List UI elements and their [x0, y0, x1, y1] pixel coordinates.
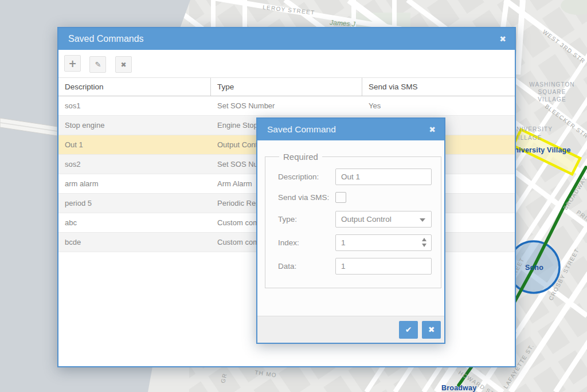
spinner-down-icon[interactable] — [422, 244, 426, 247]
required-fieldset: Required Description: Send via SMS: Type… — [265, 152, 441, 288]
send-via-sms-checkbox[interactable] — [335, 192, 346, 203]
column-header-type[interactable]: Type — [211, 78, 362, 96]
fieldset-legend: Required — [279, 152, 322, 162]
area-label: SQUARE — [538, 89, 566, 95]
x-icon: ✖ — [120, 61, 126, 69]
poi-label-soho: Soho — [525, 264, 543, 272]
type-select-value: Output Control — [336, 215, 392, 224]
cell-type: Set SOS Number — [211, 101, 362, 110]
chevron-down-icon — [420, 218, 425, 222]
table-row[interactable]: sos1 Set SOS Number Yes — [58, 96, 515, 116]
send-via-sms-label: Send via SMS: — [278, 193, 335, 202]
description-field-row: Description: — [278, 168, 432, 185]
cell-description: arm alarm — [58, 179, 211, 188]
plus-icon: + — [68, 58, 76, 69]
type-select[interactable]: Output Control — [335, 211, 432, 228]
delete-command-button[interactable]: ✖ — [115, 56, 132, 73]
x-icon: ✖ — [428, 325, 435, 334]
poi-label-university-village: University Village — [509, 146, 571, 154]
app-window: LEROY STREET James J WEST 3RD STR WASHIN… — [0, 0, 587, 392]
cell-description: Stop engine — [58, 121, 211, 130]
cell-description: bcde — [58, 238, 211, 246]
column-header-description[interactable]: Description — [58, 78, 211, 96]
spinner-up-icon[interactable] — [422, 238, 426, 241]
edit-command-button[interactable]: ✎ — [89, 56, 106, 73]
cell-description: Out 1 — [58, 140, 211, 149]
stepper-arrows[interactable] — [422, 238, 426, 247]
pencil-icon: ✎ — [95, 60, 101, 69]
sms-field-row: Send via SMS: — [278, 192, 432, 203]
check-icon: ✔ — [405, 325, 412, 334]
area-label: VILLAGE — [538, 96, 566, 103]
area-label: VILLAGE — [514, 135, 542, 141]
saved-command-header[interactable]: Saved Command ✖ — [257, 119, 444, 140]
area-label: WASHINGTON — [529, 81, 574, 88]
cell-sms: Yes — [362, 101, 515, 110]
commands-toolbar: + ✎ ✖ — [58, 50, 515, 77]
index-stepper[interactable]: 1 — [335, 234, 432, 251]
dialog-title: Saved Command — [257, 124, 429, 135]
data-field-row: Data: — [278, 258, 432, 275]
table-header: Description Type Send via SMS — [58, 77, 515, 96]
data-input[interactable] — [335, 258, 432, 275]
saved-commands-header[interactable]: Saved Commands ✖ — [58, 28, 515, 50]
type-label: Type: — [278, 215, 335, 224]
index-label: Index: — [278, 238, 335, 247]
add-command-button[interactable]: + — [64, 55, 81, 72]
dialog-footer: ✔ ✖ — [257, 316, 444, 343]
column-header-sms[interactable]: Send via SMS — [362, 78, 515, 96]
cancel-button[interactable]: ✖ — [422, 321, 441, 339]
type-field-row: Type: Output Control — [278, 211, 432, 228]
data-label: Data: — [278, 262, 335, 271]
area-label: UNIVERSITY — [512, 126, 553, 132]
index-value: 1 — [336, 238, 346, 247]
dialog-title: Saved Commands — [58, 34, 499, 44]
confirm-button[interactable]: ✔ — [399, 321, 418, 339]
close-icon[interactable]: ✖ — [429, 125, 444, 134]
cell-description: sos2 — [58, 160, 211, 168]
cell-description: sos1 — [58, 101, 211, 110]
poi-label-broadway: Broadway — [441, 384, 476, 392]
close-icon[interactable]: ✖ — [499, 34, 515, 44]
index-field-row: Index: 1 — [278, 234, 432, 251]
cell-description: period 5 — [58, 199, 211, 207]
saved-command-dialog: Saved Command ✖ Required Description: Se… — [256, 117, 445, 344]
description-label: Description: — [278, 173, 335, 181]
cell-description: abc — [58, 218, 211, 227]
description-input[interactable] — [335, 168, 432, 185]
